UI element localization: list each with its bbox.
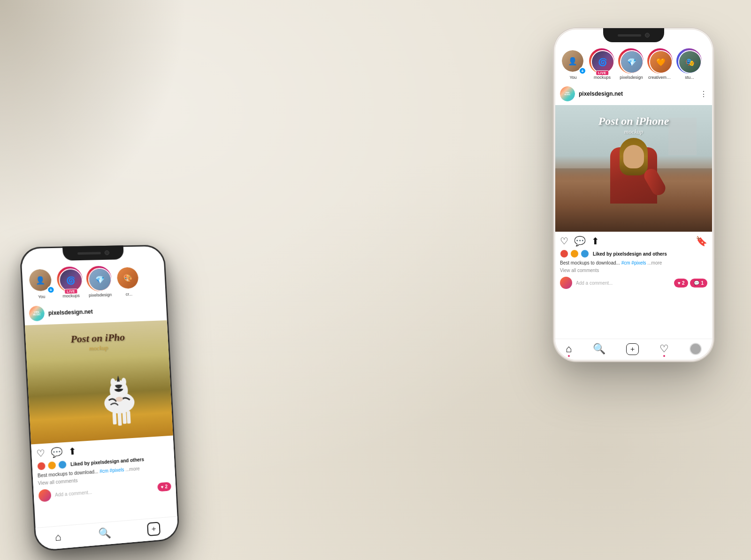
stories-bar-front: 👤 + You 🌀 LIVE mockups: [555, 45, 712, 83]
story-name-pixels-back: pixelsdesign: [88, 292, 113, 297]
heart-icon-front[interactable]: ♡: [560, 235, 568, 247]
post-username-back: pixelsdesign.net: [48, 306, 162, 317]
comment-input-front[interactable]: Add a comment...: [576, 280, 670, 286]
hashtag1-back[interactable]: #cm: [100, 468, 108, 474]
story-name-you-back: You: [29, 294, 54, 300]
more-back: ...more: [125, 466, 140, 472]
story-live-mockups-back: LIVE: [64, 288, 77, 294]
story-avatar-studio-front: 🎭: [678, 50, 702, 74]
mini-av-2-back: [47, 461, 56, 470]
camera-front: [645, 33, 650, 38]
story-cr-back[interactable]: 🎨 cr...: [115, 266, 141, 297]
post-header-front: VIBEMUSIC pixelsdesign.net ⋮: [555, 83, 712, 105]
bookmark-icon-front[interactable]: 🔖: [696, 235, 707, 247]
svg-rect-4: [112, 412, 116, 424]
vibe-logo-front: VIBEMUSIC: [560, 86, 575, 101]
svg-rect-6: [123, 412, 127, 424]
badge-heart-back[interactable]: ♥ 2: [157, 482, 171, 492]
search-icon-front[interactable]: 🔍: [593, 343, 605, 355]
mini-av-1-front: [560, 250, 568, 258]
add-icon-back[interactable]: ＋: [147, 522, 161, 536]
story-mockups-front[interactable]: 🌀 LIVE mockups: [590, 49, 614, 80]
svg-rect-5: [117, 412, 122, 426]
post-avatar-front: VIBEMUSIC: [560, 86, 575, 101]
home-icon-back[interactable]: ⌂: [54, 530, 61, 543]
home-icon-front[interactable]: ⌂: [566, 343, 572, 355]
story-pixels-front[interactable]: 💎 pixelsdesign: [619, 49, 644, 80]
story-mockups-back[interactable]: 🌀 LIVE mockups: [57, 267, 84, 299]
add-icon-front[interactable]: ＋: [626, 343, 639, 355]
hashtag2-back[interactable]: #pixels: [109, 467, 124, 473]
comment-avatar-front: [560, 277, 572, 289]
story-you-front[interactable]: 👤 + You: [561, 49, 585, 80]
actions-bar-front: ♡ 💬 ⬆ 🔖: [555, 232, 712, 249]
story-name-creative-front: creativemarket: [648, 75, 673, 80]
comment-input-back[interactable]: Add a comment...: [55, 485, 154, 498]
phone-front-frame: 👤 + You 🌀 LIVE mockups: [554, 28, 713, 361]
badge-heart-front[interactable]: ♥ 2: [674, 279, 689, 288]
post-title-sub-front: mockup: [555, 128, 712, 136]
hashtag2-front[interactable]: #pixels: [631, 260, 646, 265]
profile-icon-front[interactable]: [690, 343, 702, 355]
story-studio-front[interactable]: 🎭 stu...: [677, 49, 702, 80]
share-icon-back[interactable]: ⬆: [68, 446, 77, 457]
screen-back: 👤 + You 🌀 LIVE mockups: [21, 246, 178, 551]
post-avatar-back: VIBEMUSIC: [29, 306, 45, 321]
screen-front: 👤 + You 🌀 LIVE mockups: [555, 30, 712, 360]
vibe-logo-back: VIBEMUSIC: [29, 306, 45, 321]
phone-front: 👤 + You 🌀 LIVE mockups: [554, 28, 713, 361]
comment-avatar-back: [38, 489, 52, 502]
camera-back: [105, 250, 109, 255]
comment-icon-back[interactable]: 💬: [51, 446, 63, 458]
view-comments-front[interactable]: View all comments: [555, 267, 712, 274]
notch-back: [62, 245, 124, 260]
bottom-nav-front: ⌂ 🔍 ＋ ♡: [555, 339, 712, 360]
share-icon-front[interactable]: ⬆: [591, 235, 599, 247]
likes-front: Liked by pixelsdesign and others: [555, 249, 712, 259]
zebra-svg: [87, 354, 152, 441]
story-live-mockups-front: LIVE: [596, 70, 609, 76]
likes-text-front: Liked by pixelsdesign and others: [593, 251, 667, 257]
hashtag1-front[interactable]: #cm: [621, 260, 630, 265]
badge-comment-front[interactable]: 💬 1: [690, 279, 707, 288]
story-name-studio-front: stu...: [677, 75, 702, 80]
story-creative-front[interactable]: 🧡 creativemarket: [648, 49, 673, 80]
story-you-back[interactable]: 👤 + You: [28, 268, 54, 299]
bottom-nav-back: ⌂ 🔍 ＋: [36, 516, 179, 550]
comment-icon-front[interactable]: 💬: [574, 235, 586, 247]
heart-nav-icon-front[interactable]: ♡: [659, 343, 669, 355]
like-counter-back: ♥ 2: [157, 482, 171, 492]
mini-av-3-front: [581, 250, 589, 258]
stories-bar-back: 👤 + You 🌀 LIVE mockups: [22, 261, 166, 303]
mini-av-3-back: [58, 460, 67, 469]
notch-front: [603, 28, 664, 42]
post-username-front: pixelsdesign.net: [579, 91, 696, 97]
mini-av-1-back: [37, 462, 46, 470]
post-title-main-front: Post on iPhone: [555, 114, 712, 128]
svg-rect-7: [127, 411, 131, 424]
story-avatar-cr-back: 🎨: [115, 266, 140, 290]
heart-dot: [663, 355, 665, 357]
story-pixels-back[interactable]: 💎 pixelsdesign: [87, 267, 113, 298]
comment-bar-front: Add a comment... ♥ 2 💬 1: [555, 274, 712, 292]
post-image-front: Post on iPhone mockup: [555, 105, 712, 232]
like-counter-front: ♥ 2 💬 1: [674, 279, 707, 288]
mini-av-2-front: [570, 250, 579, 258]
story-plus-you-back: +: [47, 286, 55, 294]
heart-icon-back[interactable]: ♡: [36, 447, 46, 460]
story-plus-you-front: +: [579, 67, 586, 75]
post-image-back: Post on iPho mockup: [25, 320, 173, 445]
story-avatar-pixels-front: 💎: [620, 50, 644, 74]
home-dot: [568, 355, 570, 357]
story-name-mockups-front: mockups: [590, 75, 614, 80]
more-front: ...more: [647, 260, 662, 265]
woman-figure: [596, 138, 671, 232]
caption-front: Best mockups to download... #cm #pixels …: [555, 259, 712, 267]
left-actions-front: ♡ 💬 ⬆: [560, 235, 690, 247]
post-more-icon-front[interactable]: ⋮: [700, 90, 707, 98]
likes-avatars-front: Liked by pixelsdesign and others: [560, 250, 707, 258]
search-icon-back[interactable]: 🔍: [98, 527, 111, 540]
story-avatar-creative-front: 🧡: [649, 50, 673, 74]
post-title-front: Post on iPhone mockup: [555, 114, 712, 136]
phone-back: 👤 + You 🌀 LIVE mockups: [19, 245, 180, 552]
